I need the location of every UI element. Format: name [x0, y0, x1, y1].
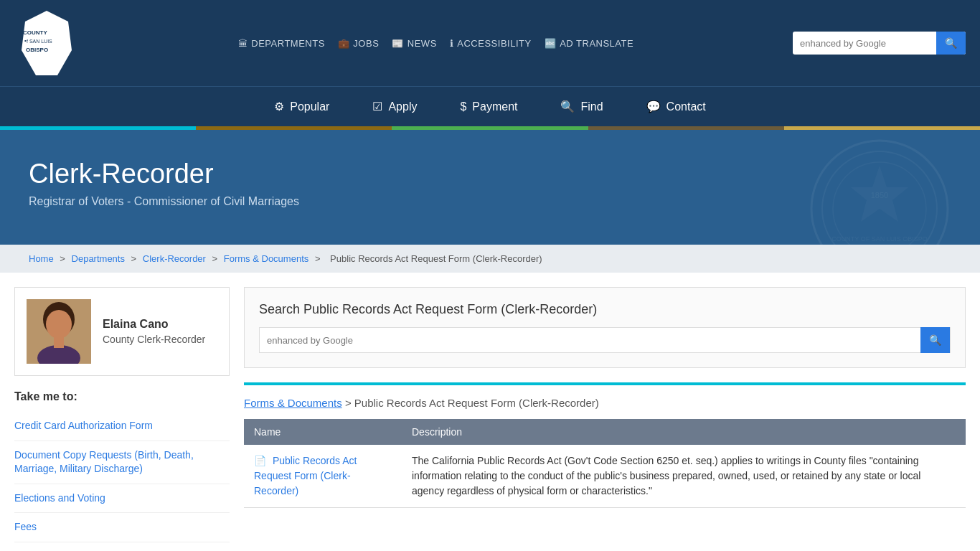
content-search-input[interactable] [260, 335, 920, 346]
table-body: 📄 Public Records Act Request Form (Clerk… [244, 445, 966, 508]
sidebar-links: Credit Card Authorization Form Document … [14, 412, 230, 542]
content-search-button[interactable]: 🔍 [920, 327, 950, 353]
news-link[interactable]: 📰 NEWS [392, 38, 437, 49]
official-title: County Clerk-Recorder [103, 334, 205, 345]
breadcrumb-departments[interactable]: Departments [72, 253, 125, 264]
search-heading: Search Public Records Act Request Form (… [259, 302, 951, 317]
contact-icon: 💬 [646, 100, 661, 113]
departments-link[interactable]: 🏛 DEPARTMENTS [238, 38, 325, 49]
find-nav-item[interactable]: 🔍 Find [539, 87, 624, 126]
jobs-link[interactable]: 💼 JOBS [338, 38, 379, 49]
credit-card-form-link[interactable]: Credit Card Authorization Form [14, 412, 230, 441]
table-header: Name Description [244, 419, 966, 445]
main-content: Search Public Records Act Request Form (… [244, 287, 966, 542]
svg-text:ᵒf SAN LUIS: ᵒf SAN LUIS [24, 39, 52, 44]
svg-text:COUNTY: COUNTY [23, 29, 47, 36]
content-trail-text: > Public Records Act Request Form (Clerk… [345, 397, 599, 409]
translate-link[interactable]: 🔤 AD TRANSLATE [545, 38, 634, 49]
top-links: 🏛 DEPARTMENTS 💼 JOBS 📰 NEWS ℹ ACCESSIBIL… [79, 38, 793, 49]
contact-nav-item[interactable]: 💬 Contact [625, 87, 727, 126]
svg-text:OBISPO: OBISPO [26, 47, 48, 53]
list-item: Fees [14, 513, 230, 542]
list-item: Elections and Voting [14, 484, 230, 514]
popular-nav-item[interactable]: ⚙ Popular [253, 87, 351, 126]
popular-icon: ⚙ [274, 100, 284, 113]
payment-nav-item[interactable]: $ Payment [438, 88, 539, 126]
sidebar: Elaina Cano County Clerk-Recorder Take m… [14, 287, 244, 542]
breadcrumb-clerk-recorder[interactable]: Clerk-Recorder [143, 253, 206, 264]
apply-nav-item[interactable]: ☑ Apply [351, 87, 438, 126]
svg-rect-13 [54, 336, 64, 348]
sidebar-heading: Take me to: [14, 390, 230, 403]
official-card: Elaina Cano County Clerk-Recorder [14, 287, 230, 376]
breadcrumb: Home > Departments > Clerk-Recorder > Fo… [0, 245, 980, 273]
official-name: Elaina Cano [103, 318, 205, 331]
elections-voting-link[interactable]: Elections and Voting [14, 484, 230, 513]
document-icon: 📄 [254, 453, 266, 468]
forms-documents-link[interactable]: Forms & Documents [244, 397, 342, 409]
top-search-input[interactable] [793, 38, 936, 49]
sidebar-nav: Take me to: Credit Card Authorization Fo… [14, 390, 230, 542]
accessibility-icon: ℹ [450, 38, 454, 49]
breadcrumb-current: Public Records Act Request Form (Clerk-R… [330, 253, 542, 264]
public-records-form-link[interactable]: Public Records Act Request Form (Clerk-R… [254, 455, 357, 496]
table-col-name: Name [244, 419, 402, 445]
site-logo: COUNTY ᵒf SAN LUIS OBISPO [14, 7, 79, 79]
top-search-box: 🔍 [793, 32, 966, 55]
content-search-box: 🔍 [259, 327, 951, 353]
page-subtitle: Registrar of Voters - Commissioner of Ci… [29, 195, 531, 208]
news-icon: 📰 [392, 38, 404, 49]
record-description-cell: The California Public Records Act (Gov't… [402, 445, 966, 508]
translate-icon: 🔤 [545, 38, 557, 49]
record-name-cell: 📄 Public Records Act Request Form (Clerk… [244, 445, 402, 508]
accessibility-link[interactable]: ℹ ACCESSIBILITY [450, 38, 532, 49]
list-item: Credit Card Authorization Form [14, 412, 230, 441]
content-area: Elaina Cano County Clerk-Recorder Take m… [0, 273, 980, 551]
hero-section: 1850 COUNTY OF SAN LUIS OBISPO Clerk-Rec… [0, 130, 980, 245]
logo-area[interactable]: COUNTY ᵒf SAN LUIS OBISPO [14, 0, 79, 86]
apply-icon: ☑ [372, 100, 382, 113]
breadcrumb-home[interactable]: Home [29, 253, 54, 264]
svg-text:COUNTY OF SAN LUIS OBISPO: COUNTY OF SAN LUIS OBISPO [831, 235, 927, 242]
official-photo [27, 299, 91, 364]
svg-point-11 [46, 310, 72, 339]
top-search-button[interactable]: 🔍 [936, 32, 966, 55]
breadcrumb-forms-documents[interactable]: Forms & Documents [224, 253, 308, 264]
find-icon: 🔍 [560, 100, 575, 113]
jobs-icon: 💼 [338, 38, 350, 49]
county-seal: 1850 COUNTY OF SAN LUIS OBISPO [808, 137, 951, 245]
search-section: Search Public Records Act Request Form (… [244, 287, 966, 368]
departments-icon: 🏛 [238, 38, 248, 49]
records-table: Name Description 📄 Public Records Act Re… [244, 419, 966, 508]
fees-link[interactable]: Fees [14, 513, 230, 542]
list-item: Document Copy Requests (Birth, Death, Ma… [14, 441, 230, 484]
page-title: Clerk-Recorder [29, 159, 531, 189]
payment-icon: $ [460, 100, 466, 113]
top-navigation: COUNTY ᵒf SAN LUIS OBISPO 🏛 DEPARTMENTS … [0, 0, 980, 130]
official-info: Elaina Cano County Clerk-Recorder [103, 318, 205, 345]
table-col-description: Description [402, 419, 966, 445]
content-trail: Forms & Documents > Public Records Act R… [244, 397, 966, 409]
main-navigation: ⚙ Popular ☑ Apply $ Payment 🔍 Find 💬 Con… [0, 86, 980, 126]
teal-divider [244, 382, 966, 385]
table-row: 📄 Public Records Act Request Form (Clerk… [244, 445, 966, 508]
document-copy-requests-link[interactable]: Document Copy Requests (Birth, Death, Ma… [14, 441, 230, 484]
